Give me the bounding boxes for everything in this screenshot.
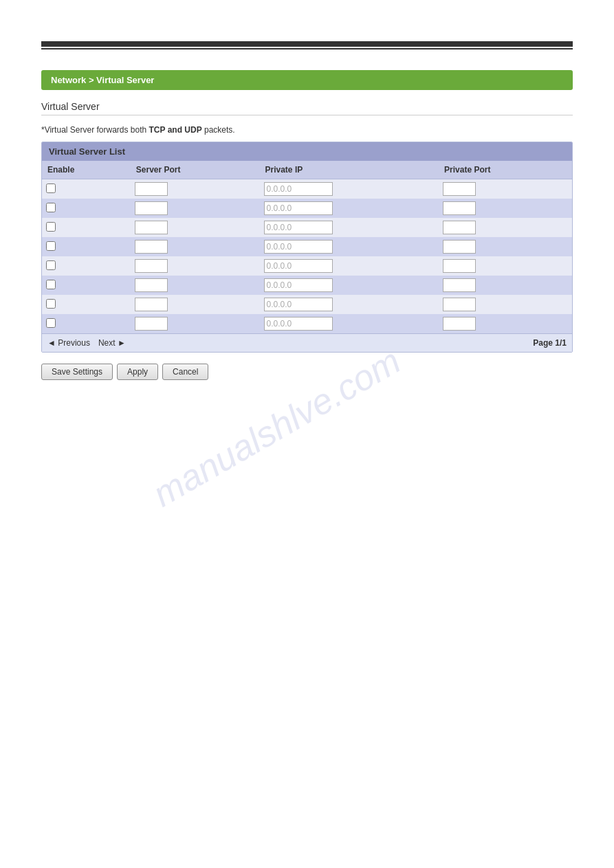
button-row: Save Settings Apply Cancel (41, 364, 573, 380)
previous-link[interactable]: ◄ Previous (47, 338, 90, 348)
private-port-input[interactable] (443, 278, 476, 292)
private-ip-input[interactable] (264, 278, 333, 292)
save-settings-button[interactable]: Save Settings (41, 364, 113, 380)
col-private-ip: Private IP (260, 161, 439, 179)
description-suffix: packets. (202, 125, 235, 135)
top-border-thick (41, 41, 573, 47)
private-port-input[interactable] (443, 259, 476, 273)
server-port-input[interactable] (135, 278, 168, 292)
enable-checkbox[interactable] (46, 318, 56, 328)
enable-checkbox[interactable] (46, 222, 56, 232)
private-ip-input[interactable] (264, 182, 333, 196)
breadcrumb-header: Network > Virtual Server (41, 70, 573, 90)
private-port-input[interactable] (443, 298, 476, 311)
table-row (42, 199, 572, 218)
table-row (42, 237, 572, 256)
table-row (42, 295, 572, 314)
apply-button[interactable]: Apply (117, 364, 158, 380)
enable-checkbox[interactable] (46, 203, 56, 212)
private-ip-input[interactable] (264, 298, 333, 311)
private-ip-input[interactable] (264, 240, 333, 254)
table-row (42, 314, 572, 333)
private-port-input[interactable] (443, 182, 476, 196)
server-port-input[interactable] (135, 240, 168, 254)
pagination-nav: ◄ Previous Next ► (47, 338, 126, 348)
virtual-server-table: Enable Server Port Private IP Private Po… (42, 161, 572, 333)
server-port-input[interactable] (135, 221, 168, 234)
description-prefix: *Virtual Server forwards both (41, 125, 149, 135)
server-port-input[interactable] (135, 317, 168, 331)
enable-checkbox[interactable] (46, 260, 56, 270)
private-port-input[interactable] (443, 201, 476, 215)
private-ip-input[interactable] (264, 221, 333, 234)
enable-checkbox[interactable] (46, 280, 56, 289)
section-title: Virtual Server (41, 101, 573, 115)
server-port-input[interactable] (135, 201, 168, 215)
private-ip-input[interactable] (264, 317, 333, 331)
table-row (42, 256, 572, 276)
private-ip-input[interactable] (264, 201, 333, 215)
private-port-input[interactable] (443, 317, 476, 331)
enable-checkbox[interactable] (46, 241, 56, 251)
page-info: Page 1/1 (533, 338, 567, 348)
table-row (42, 276, 572, 295)
private-port-input[interactable] (443, 221, 476, 234)
breadcrumb-text: Network > Virtual Server (51, 75, 154, 85)
col-enable: Enable (42, 161, 131, 179)
table-row (42, 179, 572, 199)
enable-checkbox[interactable] (46, 183, 56, 193)
table-row (42, 218, 572, 237)
private-ip-input[interactable] (264, 259, 333, 273)
table-list-title: Virtual Server List (42, 142, 572, 161)
server-port-input[interactable] (135, 298, 168, 311)
enable-checkbox[interactable] (46, 299, 56, 309)
pagination-row: ◄ Previous Next ► Page 1/1 (42, 333, 572, 352)
private-port-input[interactable] (443, 240, 476, 254)
description-bold: TCP and UDP (149, 125, 202, 135)
next-link[interactable]: Next ► (98, 338, 126, 348)
col-private-port: Private Port (439, 161, 572, 179)
cancel-button[interactable]: Cancel (162, 364, 208, 380)
server-port-input[interactable] (135, 182, 168, 196)
col-server-port: Server Port (131, 161, 260, 179)
description: *Virtual Server forwards both TCP and UD… (41, 125, 573, 135)
virtual-server-table-container: Virtual Server List Enable Server Port P… (41, 142, 573, 353)
server-port-input[interactable] (135, 259, 168, 273)
